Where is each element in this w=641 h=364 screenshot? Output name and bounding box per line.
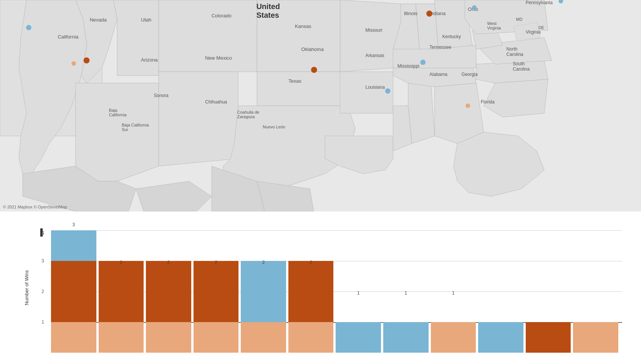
bar-label-1: 3 — [72, 222, 75, 227]
bar-segment-dark-orange-3 — [146, 261, 191, 322]
bar-segment-blue-10 — [478, 322, 523, 353]
bar-segment-blue-5 — [241, 261, 286, 322]
bar-group-5: 2 — [241, 230, 286, 353]
bar-segment-dark-orange-4 — [194, 261, 239, 322]
dot-ohio — [472, 5, 477, 10]
dot-texas — [311, 67, 317, 73]
bar-segment-dark-orange-1 — [51, 261, 96, 322]
bar-label-5: 2 — [262, 260, 265, 265]
map-attribution: © 2021 Mapbox © OpenStreetMap — [3, 205, 67, 209]
bar-group-4: 2 — [194, 230, 239, 353]
dot-louisiana — [385, 88, 390, 94]
bar-group-8: 1 — [383, 230, 429, 353]
bar-group-10 — [478, 230, 523, 353]
y-tick-2: 2 — [42, 289, 44, 294]
dot-california-south1 — [84, 57, 90, 63]
bar-group-3: 2 — [146, 230, 191, 353]
bar-segment-blue-7 — [336, 322, 381, 353]
bar-group-9: 1 — [431, 230, 476, 353]
bar-segment-light-orange-6 — [288, 322, 334, 353]
bar-label-8: 1 — [404, 290, 407, 296]
bar-label-3: 2 — [167, 260, 170, 265]
y-axis-label: Number of Wins — [24, 265, 29, 310]
bar-segment-dark-orange-2 — [99, 261, 144, 322]
bar-segment-light-orange-4 — [194, 322, 239, 353]
bar-label-4: 2 — [215, 260, 217, 265]
dot-indiana — [426, 11, 432, 17]
bar-segment-dark-orange-11 — [526, 322, 571, 353]
bar-group-2: 2 — [99, 230, 144, 353]
bar-group-1: 3 — [51, 230, 96, 353]
dot-mississippi — [420, 60, 426, 65]
bar-label-2: 2 — [120, 260, 122, 265]
chart-container: Number of Wins ▐. 4 3 2 1 3 — [0, 211, 641, 364]
y-tick-4: 4 — [42, 230, 44, 236]
bar-group-11 — [526, 230, 571, 353]
dot-california-south2 — [71, 61, 76, 66]
bar-group-12 — [573, 230, 618, 353]
y-tick-1: 1 — [42, 319, 44, 325]
y-tick-3: 3 — [42, 258, 44, 264]
map-container: Nevada Utah Colorado Kansas UnitedStates… — [0, 0, 641, 211]
bar-label-9: 1 — [452, 290, 455, 296]
bar-segment-blue-1 — [51, 230, 96, 261]
bar-group-6: 2 — [288, 230, 334, 353]
bar-segment-light-orange-1 — [51, 322, 96, 353]
bar-segment-light-orange-5 — [241, 322, 286, 353]
dot-california-north — [26, 25, 31, 30]
bar-segment-dark-orange-6 — [288, 261, 334, 322]
bar-group-7: 1 — [336, 230, 381, 353]
bar-segment-light-orange-3 — [146, 322, 191, 353]
bar-segment-light-orange-12 — [573, 322, 618, 353]
bar-segment-light-orange-2 — [99, 322, 144, 353]
bar-segment-light-orange-9 — [431, 322, 476, 353]
bar-label-6: 2 — [310, 260, 312, 265]
bar-label-7: 1 — [357, 290, 360, 296]
bar-segment-blue-8 — [383, 322, 429, 353]
dot-florida — [466, 103, 470, 108]
